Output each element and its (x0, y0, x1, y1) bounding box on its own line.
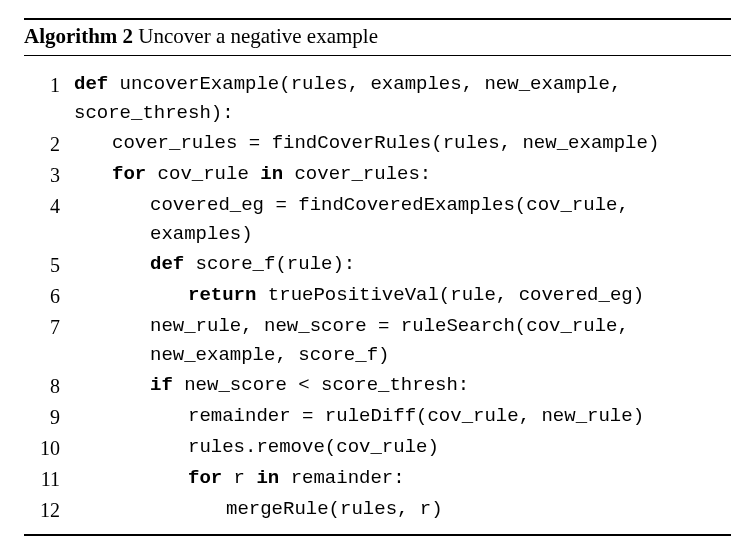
keyword: for (188, 467, 234, 489)
code-text: new_rule, new_score = ruleSearch(cov_rul… (74, 312, 731, 371)
code-text: return truePositiveVal(rule, covered_eg) (74, 281, 731, 310)
code-line: 8if new_score < score_thresh: (24, 371, 731, 402)
code-line: 3for cov_rule in cover_rules: (24, 160, 731, 191)
line-number: 12 (24, 495, 74, 526)
code-token: uncoverExample(rules, examples, new_exam… (74, 73, 633, 124)
algorithm-label: Algorithm 2 (24, 24, 133, 48)
code-token: r (234, 467, 257, 489)
algorithm-body: 1def uncoverExample(rules, examples, new… (24, 56, 731, 534)
code-text: mergeRule(rules, r) (74, 495, 731, 524)
line-number: 6 (24, 281, 74, 312)
keyword: if (150, 374, 184, 396)
code-text: remainder = ruleDiff(cov_rule, new_rule) (74, 402, 731, 431)
line-number: 4 (24, 191, 74, 222)
code-text: def score_f(rule): (74, 250, 731, 279)
code-token: remainder: (291, 467, 405, 489)
code-token: new_score < score_thresh: (184, 374, 469, 396)
code-text: for r in remainder: (74, 464, 731, 493)
code-token: new_rule, new_score = ruleSearch(cov_rul… (150, 315, 640, 366)
keyword: return (188, 284, 268, 306)
code-line: 5def score_f(rule): (24, 250, 731, 281)
line-number: 1 (24, 70, 74, 101)
code-text: covered_eg = findCoveredExamples(cov_rul… (74, 191, 731, 250)
keyword: def (74, 73, 120, 95)
keyword: def (150, 253, 196, 275)
line-number: 3 (24, 160, 74, 191)
code-line: 7new_rule, new_score = ruleSearch(cov_ru… (24, 312, 731, 371)
code-line: 2cover_rules = findCoverRules(rules, new… (24, 129, 731, 160)
code-token: cov_rule (158, 163, 261, 185)
code-line: 12mergeRule(rules, r) (24, 495, 731, 526)
keyword: in (260, 163, 294, 185)
code-line: 1def uncoverExample(rules, examples, new… (24, 70, 731, 129)
line-number: 11 (24, 464, 74, 495)
line-number: 7 (24, 312, 74, 343)
code-token: cover_rules = findCoverRules(rules, new_… (112, 132, 659, 154)
code-text: def uncoverExample(rules, examples, new_… (74, 70, 731, 129)
line-number: 10 (24, 433, 74, 464)
code-token: truePositiveVal(rule, covered_eg) (268, 284, 644, 306)
line-number: 9 (24, 402, 74, 433)
line-number: 8 (24, 371, 74, 402)
algorithm-caption: Uncover a negative example (138, 24, 378, 48)
line-number: 2 (24, 129, 74, 160)
code-text: if new_score < score_thresh: (74, 371, 731, 400)
line-number: 5 (24, 250, 74, 281)
code-token: score_f(rule): (196, 253, 356, 275)
code-text: cover_rules = findCoverRules(rules, new_… (74, 129, 731, 158)
code-text: rules.remove(cov_rule) (74, 433, 731, 462)
algorithm-title-row: Algorithm 2 Uncover a negative example (24, 20, 731, 56)
code-line: 9remainder = ruleDiff(cov_rule, new_rule… (24, 402, 731, 433)
code-text: for cov_rule in cover_rules: (74, 160, 731, 189)
code-token: covered_eg = findCoveredExamples(cov_rul… (150, 194, 640, 245)
code-line: 11for r in remainder: (24, 464, 731, 495)
code-line: 4covered_eg = findCoveredExamples(cov_ru… (24, 191, 731, 250)
code-token: rules.remove(cov_rule) (188, 436, 439, 458)
code-line: 10rules.remove(cov_rule) (24, 433, 731, 464)
code-token: remainder = ruleDiff(cov_rule, new_rule) (188, 405, 644, 427)
algorithm-block: Algorithm 2 Uncover a negative example 1… (24, 18, 731, 536)
code-token: cover_rules: (294, 163, 431, 185)
code-line: 6return truePositiveVal(rule, covered_eg… (24, 281, 731, 312)
keyword: in (256, 467, 290, 489)
keyword: for (112, 163, 158, 185)
code-token: mergeRule(rules, r) (226, 498, 443, 520)
